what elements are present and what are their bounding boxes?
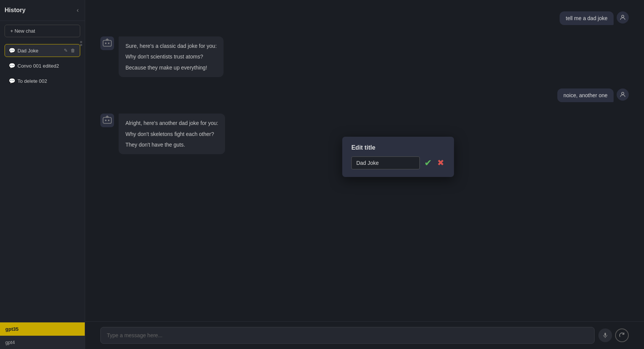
chat-list: 💬 Dad Joke ✎ 🗑 💬 Convo 001 edited2 💬 To … — [0, 41, 85, 90]
user-message-2: noice, another one — [100, 88, 629, 102]
svg-point-8 — [108, 120, 109, 121]
mic-icon — [602, 332, 608, 338]
bot-icon-1 — [102, 38, 113, 49]
main-chat-area: tell me a dad joke Su — [85, 0, 644, 349]
svg-rect-10 — [604, 333, 606, 336]
sidebar-item-to-delete-002[interactable]: 💬 To delete 002 — [5, 74, 80, 87]
user-message-1: tell me a dad joke — [100, 11, 629, 25]
user-bubble-1: tell me a dad joke — [560, 11, 614, 25]
chat-item-name: To delete 002 — [17, 78, 76, 84]
modal-title-input[interactable] — [351, 156, 420, 169]
bot-bubble-2: Alright, here's another dad joke for you… — [119, 114, 225, 154]
svg-point-3 — [108, 43, 109, 44]
bot-message-1: Sure, here's a classic dad joke for you:… — [100, 36, 224, 77]
edit-chat-button[interactable]: ✎ — [63, 47, 68, 54]
bot-line-2-2: They don't have the guts. — [125, 141, 218, 149]
user-avatar-2 — [617, 88, 629, 101]
delete-chat-button[interactable]: 🗑 — [70, 47, 76, 54]
bot-line-1-2: Because they make up everything! — [125, 63, 217, 72]
model-gpt4-label: gpt4 — [5, 340, 15, 345]
model-gpt4-option[interactable]: gpt4 — [0, 336, 85, 349]
user-message-text-2: noice, another one — [563, 92, 608, 98]
svg-point-2 — [105, 43, 106, 44]
model-selector: gpt35 gpt4 — [0, 322, 85, 349]
sidebar: History ‹ + New chat ≡≡ 💬 Dad Joke ✎ 🗑 💬… — [0, 0, 85, 349]
modal-cancel-button[interactable]: ✖ — [436, 158, 445, 168]
model-gpt35-option[interactable]: gpt35 — [0, 322, 85, 336]
new-chat-button[interactable]: + New chat — [5, 25, 80, 37]
bot-bubble-1: Sure, here's a classic dad joke for you:… — [119, 36, 224, 77]
bot-avatar-2 — [100, 114, 114, 127]
edit-title-modal: Edit title ✔ ✖ — [342, 137, 454, 177]
bot-line-1-1: Why don't scientists trust atoms? — [125, 52, 217, 61]
bot-icon-2 — [102, 115, 113, 126]
svg-rect-9 — [106, 116, 108, 117]
regenerate-icon — [619, 332, 625, 338]
svg-rect-1 — [103, 40, 111, 46]
bot-message-2: Alright, here's another dad joke for you… — [100, 114, 225, 154]
sidebar-item-convo-001[interactable]: 💬 Convo 001 edited2 — [5, 59, 80, 72]
chat-item-actions: ✎ 🗑 — [63, 47, 76, 54]
user-icon-2 — [619, 91, 626, 98]
svg-point-7 — [105, 120, 106, 121]
sidebar-title: History — [5, 7, 25, 14]
user-icon-1 — [619, 14, 626, 21]
regenerate-button[interactable] — [615, 328, 629, 342]
model-gpt35-label: gpt35 — [5, 326, 19, 332]
modal-confirm-button[interactable]: ✔ — [424, 158, 433, 168]
chat-bubble-icon: 💬 — [9, 63, 15, 69]
sidebar-item-dad-joke[interactable]: 💬 Dad Joke ✎ 🗑 — [5, 44, 80, 57]
user-avatar-1 — [617, 11, 629, 24]
chat-bubble-icon: 💬 — [9, 47, 15, 54]
svg-rect-6 — [103, 117, 111, 123]
bot-avatar-1 — [100, 36, 114, 50]
svg-rect-4 — [106, 39, 108, 40]
input-area — [85, 321, 644, 349]
svg-point-5 — [622, 92, 624, 95]
sidebar-collapse-button[interactable]: ‹ — [75, 6, 80, 14]
svg-point-0 — [622, 15, 624, 17]
user-message-text-1: tell me a dad joke — [566, 15, 608, 21]
bot-line-2-1: Why don't skeletons fight each other? — [125, 130, 218, 138]
modal-input-row: ✔ ✖ — [351, 156, 445, 169]
audio-button[interactable] — [598, 328, 612, 342]
chat-item-name: Dad Joke — [17, 48, 61, 54]
chat-item-name: Convo 001 edited2 — [17, 63, 76, 69]
send-area — [598, 328, 629, 342]
bot-line-1-0: Sure, here's a classic dad joke for you: — [125, 42, 217, 50]
modal-title: Edit title — [351, 144, 445, 151]
bot-line-2-0: Alright, here's another dad joke for you… — [125, 119, 218, 127]
sidebar-header: History ‹ — [0, 0, 85, 21]
message-input[interactable] — [100, 327, 595, 344]
user-bubble-2: noice, another one — [557, 88, 614, 102]
chat-bubble-icon: 💬 — [9, 78, 15, 84]
